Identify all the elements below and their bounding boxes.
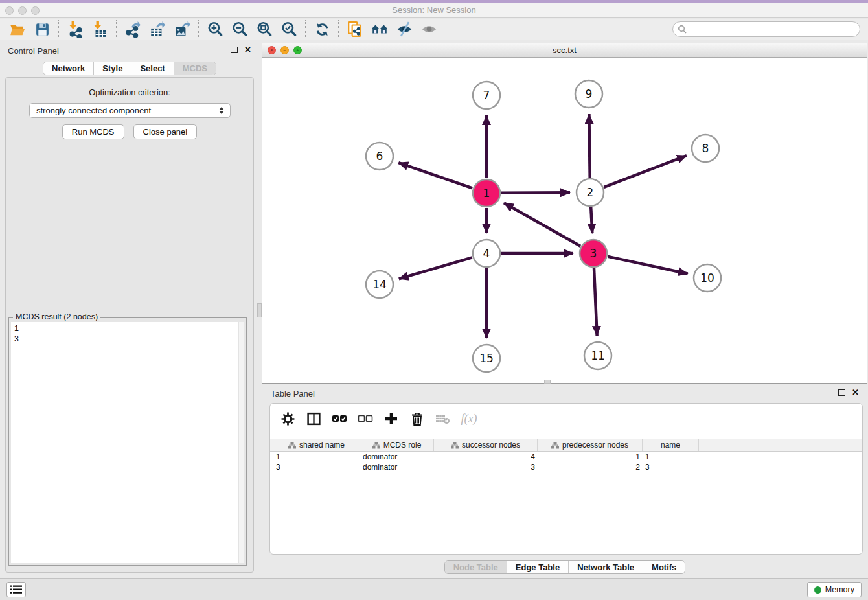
table-cell[interactable]: dominator — [360, 452, 434, 462]
graph-node-6[interactable]: 6 — [366, 143, 393, 170]
save-session-button[interactable] — [30, 19, 54, 39]
settings-gear-button[interactable] — [279, 410, 296, 427]
graph-node-1[interactable]: 1 — [473, 179, 500, 207]
close-panel-button[interactable]: Close panel — [133, 124, 198, 139]
graph-node-label: 15 — [479, 352, 494, 365]
export-table-icon — [149, 21, 166, 38]
network-window-titlebar[interactable]: ✕ − + scc.txt — [262, 43, 867, 58]
table-cell[interactable]: dominator — [360, 462, 434, 472]
graph-node-9[interactable]: 9 — [575, 80, 602, 108]
tab-style[interactable]: Style — [94, 62, 131, 75]
tab-edge-table[interactable]: Edge Table — [507, 561, 569, 573]
table-cell[interactable]: 2 — [538, 462, 643, 472]
open-session-button[interactable] — [5, 19, 30, 39]
zoom-out-button[interactable] — [227, 19, 252, 39]
run-mcds-button[interactable]: Run MCDS — [62, 124, 124, 139]
graph-node-4[interactable]: 4 — [473, 240, 500, 267]
control-panel-title: Control Panel — [8, 46, 59, 56]
memory-button[interactable]: Memory — [807, 582, 862, 597]
vertical-splitter-handle[interactable] — [257, 303, 262, 317]
table-row[interactable]: 1dominator411 — [270, 452, 862, 462]
search-icon — [678, 25, 687, 34]
close-panel-icon[interactable]: ✕ — [244, 47, 251, 53]
table-cell[interactable]: 3 — [273, 462, 360, 472]
column-header-successor-nodes[interactable]: successor nodes — [434, 439, 538, 451]
tab-node-table[interactable]: Node Table — [445, 561, 507, 573]
graph-node-14[interactable]: 14 — [366, 271, 393, 298]
column-header-shared-name[interactable]: shared name — [273, 439, 360, 451]
deselect-all-button[interactable] — [357, 410, 374, 427]
column-header-predecessor-nodes[interactable]: predecessor nodes — [538, 439, 643, 451]
column-header-MCDS-role[interactable]: MCDS role — [360, 439, 434, 451]
zoom-selected-button[interactable] — [277, 19, 301, 39]
graph-edge-3-10[interactable] — [608, 257, 687, 274]
first-neighbors-button[interactable] — [367, 19, 392, 39]
search-input[interactable] — [690, 23, 855, 36]
graph-node-3[interactable]: 3 — [580, 240, 607, 267]
graph-node-15[interactable]: 15 — [473, 345, 500, 372]
checked-boxes-icon — [332, 413, 347, 424]
float-panel-icon[interactable] — [231, 47, 238, 53]
graph-edge-3-11[interactable] — [594, 268, 597, 336]
toolbar-separator — [58, 20, 59, 38]
import-table-button[interactable] — [87, 19, 112, 39]
tab-select[interactable]: Select — [131, 62, 174, 75]
graph-edge-1-2[interactable] — [501, 192, 570, 193]
function-builder-button[interactable]: f(x) — [461, 410, 477, 427]
float-table-panel-icon[interactable] — [838, 389, 845, 396]
task-history-button[interactable] — [6, 582, 26, 597]
table-cell[interactable]: 1 — [643, 452, 699, 462]
show-column-button[interactable] — [305, 410, 322, 427]
criterion-value: strongly connected component — [36, 106, 151, 115]
graph-edge-1-6[interactable] — [398, 163, 472, 188]
horizontal-splitter-handle[interactable] — [544, 380, 551, 384]
mcds-result-text-area[interactable]: 1 3 — [11, 322, 244, 563]
tab-network-table[interactable]: Network Table — [569, 561, 643, 573]
graph-edge-4-14[interactable] — [399, 257, 472, 279]
graph-node-2[interactable]: 2 — [577, 179, 604, 206]
delete-column-button[interactable] — [435, 410, 451, 427]
control-panel: Control Panel ✕ NetworkStyleSelectMCDS O… — [0, 40, 259, 578]
export-network-button[interactable] — [120, 19, 145, 39]
close-table-panel-icon[interactable]: ✕ — [852, 389, 859, 396]
graph-node-7[interactable]: 7 — [473, 82, 500, 109]
graph-node-label: 11 — [591, 349, 605, 362]
table-cell[interactable]: 3 — [434, 462, 538, 472]
table-cell[interactable]: 1 — [538, 452, 643, 462]
graph-edge-3-1[interactable] — [504, 203, 580, 246]
export-image-button[interactable] — [170, 19, 194, 39]
show-all-button[interactable] — [417, 19, 441, 39]
graph-edge-2-9[interactable] — [589, 114, 589, 178]
plus-icon — [384, 411, 398, 426]
graph-edge-2-8[interactable] — [604, 156, 687, 187]
table-header-row: shared nameMCDS rolesuccessor nodesprede… — [270, 439, 862, 452]
graph-node-10[interactable]: 10 — [694, 264, 721, 292]
delete-row-button[interactable] — [409, 410, 426, 427]
table-cell[interactable]: 4 — [434, 452, 538, 462]
add-column-button[interactable] — [383, 410, 400, 427]
graph-node-8[interactable]: 8 — [692, 135, 719, 162]
import-network-button[interactable] — [63, 19, 87, 39]
export-table-button[interactable] — [145, 19, 170, 39]
tab-motifs[interactable]: Motifs — [643, 561, 685, 573]
network-canvas[interactable]: 7968124314101511 — [262, 58, 867, 383]
main-toolbar — [0, 19, 868, 40]
tab-network[interactable]: Network — [43, 62, 94, 75]
zoom-fit-button[interactable] — [252, 19, 277, 39]
unchecked-boxes-icon — [358, 413, 373, 424]
column-header-name[interactable]: name — [643, 439, 699, 451]
select-all-button[interactable] — [331, 410, 348, 427]
clone-network-button[interactable] — [343, 19, 367, 39]
hide-selected-button[interactable] — [392, 19, 417, 39]
optimization-criterion-select[interactable]: strongly connected component — [29, 103, 231, 118]
zoom-in-button[interactable] — [203, 19, 227, 39]
graph-node-11[interactable]: 11 — [584, 342, 611, 369]
refresh-button[interactable] — [310, 19, 334, 39]
result-scrollbar[interactable] — [238, 322, 244, 563]
graph-edge-2-3[interactable] — [591, 207, 592, 233]
table-cell[interactable]: 3 — [643, 462, 699, 472]
mcds-result-title: MCDS result (2 nodes) — [13, 312, 100, 321]
table-cell[interactable]: 1 — [273, 452, 360, 462]
table-row[interactable]: 3dominator323 — [270, 462, 862, 472]
tab-mcds[interactable]: MCDS — [174, 62, 216, 75]
